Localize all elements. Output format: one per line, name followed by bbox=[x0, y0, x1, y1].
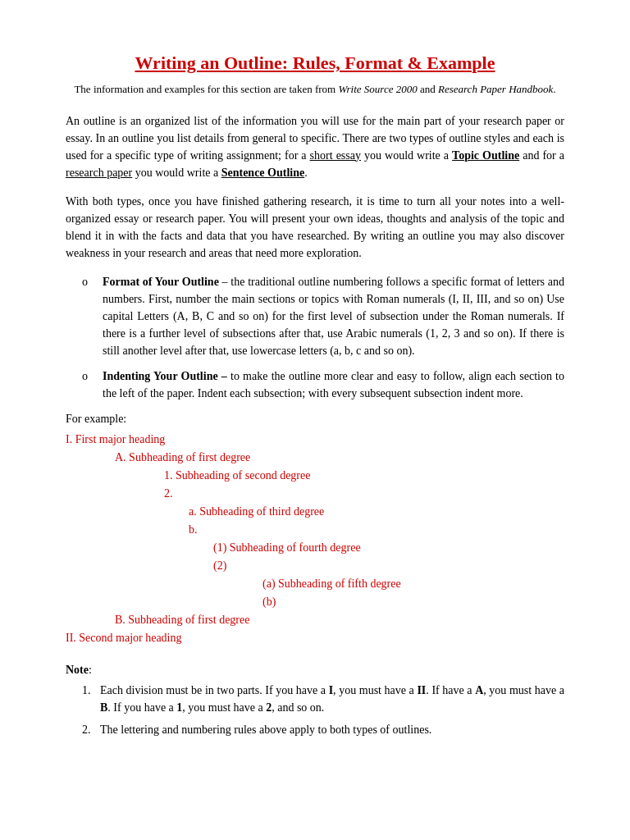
outline-line-9: (a) Subheading of fifth degree bbox=[66, 575, 564, 592]
bullet-content-indent: Indenting Your Outline – to make the out… bbox=[103, 368, 564, 402]
outline-line-4: 2. bbox=[66, 485, 564, 502]
note-list: 1. Each division must be in two parts. I… bbox=[66, 682, 564, 738]
subtitle-source2: Research Paper Handbook bbox=[438, 83, 553, 95]
outline-example: I. First major heading A. Subheading of … bbox=[66, 431, 564, 646]
subtitle-text: The information and examples for this se… bbox=[74, 83, 338, 95]
paragraph-2: With both types, once you have finished … bbox=[66, 193, 564, 262]
subtitle: The information and examples for this se… bbox=[66, 81, 564, 98]
note-item-1: 1. Each division must be in two parts. I… bbox=[66, 682, 564, 716]
note-colon: : bbox=[89, 664, 92, 676]
note-item-2: 2. The lettering and numbering rules abo… bbox=[66, 721, 564, 738]
note-header: Note: bbox=[66, 661, 564, 678]
bullet-item-indent: o Indenting Your Outline – to make the o… bbox=[66, 368, 564, 402]
outline-line-3: 1. Subheading of second degree bbox=[66, 467, 564, 484]
note-num-2: 2. bbox=[82, 721, 100, 738]
bullet-section: o Format of Your Outline – the tradition… bbox=[66, 273, 564, 402]
outline-line-2: A. Subheading of first degree bbox=[66, 449, 564, 466]
research-paper-ref: research paper bbox=[66, 167, 132, 179]
for-example-label: For example: bbox=[66, 413, 126, 425]
note-text-2: The lettering and numbering rules above … bbox=[100, 721, 564, 738]
bullet-item-format: o Format of Your Outline – the tradition… bbox=[66, 273, 564, 359]
note-label: Note bbox=[66, 664, 89, 676]
bullet-marker-2: o bbox=[82, 368, 98, 402]
outline-line-1: I. First major heading bbox=[66, 431, 564, 448]
subtitle-middle: and bbox=[418, 83, 438, 95]
outline-line-6: b. bbox=[66, 521, 564, 538]
sentence-outline-ref: Sentence Outline bbox=[221, 167, 305, 179]
outline-line-11: B. Subheading of first degree bbox=[66, 611, 564, 628]
format-label: Format of Your Outline bbox=[103, 276, 219, 288]
outline-line-8: (2) bbox=[66, 557, 564, 574]
subtitle-end: . bbox=[553, 83, 555, 95]
subtitle-source1: Write Source 2000 bbox=[338, 83, 417, 95]
note-num-1: 1. bbox=[82, 682, 100, 716]
short-essay-ref: short essay bbox=[310, 149, 361, 162]
bullet-content-format: Format of Your Outline – the traditional… bbox=[103, 273, 564, 359]
paragraph-1: An outline is an organized list of the i… bbox=[66, 112, 564, 181]
for-example: For example: bbox=[66, 410, 564, 427]
outline-line-10: (b) bbox=[66, 593, 564, 610]
note-text-1: Each division must be in two parts. If y… bbox=[100, 682, 564, 716]
indent-label: Indenting Your Outline – bbox=[103, 370, 227, 382]
bullet-marker-1: o bbox=[82, 273, 98, 359]
outline-line-7: (1) Subheading of fourth degree bbox=[66, 539, 564, 556]
outline-line-5: a. Subheading of third degree bbox=[66, 503, 564, 520]
outline-line-12: II. Second major heading bbox=[66, 629, 564, 646]
topic-outline-ref: Topic Outline bbox=[452, 149, 519, 162]
page-title: Writing an Outline: Rules, Format & Exam… bbox=[66, 49, 564, 76]
note-section: Note: 1. Each division must be in two pa… bbox=[66, 661, 564, 738]
